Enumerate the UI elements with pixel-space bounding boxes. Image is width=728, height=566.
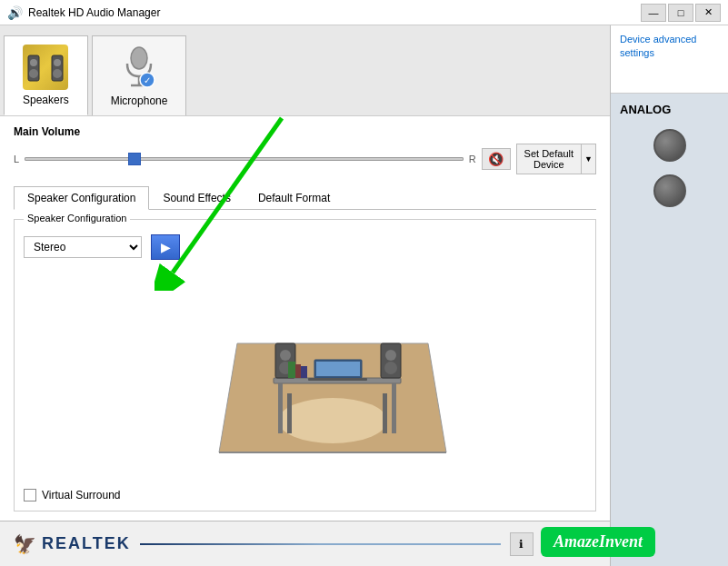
svg-rect-17 [383, 393, 387, 433]
device-advanced-section: Device advanced settings [611, 25, 728, 94]
svg-point-1 [30, 59, 37, 66]
svg-point-5 [53, 69, 62, 78]
svg-point-2 [29, 69, 38, 78]
main-container: Speakers ✓ Micr [0, 25, 728, 566]
svg-rect-28 [295, 364, 301, 378]
tab-sound-effects[interactable]: Sound Effects [149, 186, 244, 210]
analog-knob-2[interactable] [653, 174, 686, 207]
svg-point-26 [384, 362, 397, 374]
content-area: Main Volume L R 🔇 Set DefaultDevice ▼ [0, 116, 610, 521]
svg-point-12 [278, 398, 387, 443]
svg-rect-27 [288, 362, 295, 378]
svg-rect-15 [392, 383, 396, 433]
virtual-surround-checkbox[interactable] [24, 489, 36, 501]
svg-point-6 [131, 47, 147, 69]
volume-row: L R 🔇 Set DefaultDevice ▼ [14, 144, 596, 174]
tab-speaker-configuration[interactable]: Speaker Configuration [14, 186, 149, 210]
volume-label: Main Volume [14, 125, 596, 138]
realtek-text: REALTEK [42, 534, 131, 553]
speakers-icon [23, 45, 68, 90]
volume-track [25, 157, 464, 161]
set-default-button[interactable]: Set DefaultDevice [517, 144, 581, 174]
virtual-surround-label: Virtual Surround [42, 489, 121, 501]
svg-rect-19 [316, 362, 360, 376]
sub-tabs: Speaker Configuration Sound Effects Defa… [14, 185, 596, 210]
room-visualization [78, 269, 586, 482]
close-button[interactable]: ✕ [695, 4, 721, 22]
svg-text:✓: ✓ [144, 75, 151, 85]
svg-point-22 [280, 350, 291, 361]
bottom-line [140, 543, 501, 545]
virtual-surround-row: Virtual Surround [24, 489, 586, 501]
right-channel-label: R [469, 154, 476, 164]
speakers-tab-label: Speakers [23, 94, 69, 106]
svg-point-4 [54, 59, 61, 66]
app-title: Realtek HD Audio Manager [28, 6, 641, 19]
left-panel: Speakers ✓ Micr [0, 25, 610, 566]
svg-rect-20 [308, 378, 367, 381]
svg-point-25 [385, 350, 396, 361]
analog-knob-1[interactable] [653, 129, 686, 162]
title-bar: 🔊 Realtek HD Audio Manager — □ ✕ [0, 0, 728, 25]
speakers-tab[interactable]: Speakers [4, 35, 88, 115]
analog-label: ANALOG [620, 103, 671, 116]
volume-slider[interactable] [25, 150, 464, 168]
watermark: AmazeInvent [541, 527, 655, 557]
app-icon: 🔊 [7, 5, 23, 20]
analog-section: ANALOG [611, 94, 728, 229]
device-tabs: Speakers ✓ Micr [0, 25, 610, 116]
svg-rect-16 [287, 393, 292, 433]
left-channel-label: L [14, 154, 19, 164]
maximize-button[interactable]: □ [668, 4, 693, 22]
config-controls: Stereo Quadraphonic 5.1 Surround 7.1 Sur… [24, 234, 586, 260]
svg-rect-29 [301, 366, 307, 378]
play-test-button[interactable]: ▶ [151, 234, 180, 260]
right-panel: Device advanced settings ANALOG [610, 25, 728, 566]
svg-rect-14 [278, 383, 283, 433]
microphone-icon: ✓ [116, 45, 162, 91]
set-default-button-wrap: Set DefaultDevice ▼ [516, 144, 596, 174]
microphone-tab-label: Microphone [111, 94, 168, 107]
bottom-bar: 🦅 REALTEK ℹ OK [0, 521, 610, 566]
tab-default-format[interactable]: Default Format [244, 186, 344, 210]
room-svg [174, 271, 492, 480]
volume-thumb[interactable] [128, 153, 141, 165]
minimize-button[interactable]: — [641, 4, 666, 22]
speaker-config-select[interactable]: Stereo Quadraphonic 5.1 Surround 7.1 Sur… [24, 236, 142, 258]
speaker-config-section: Speaker Configuration Stereo Quadraphoni… [14, 219, 596, 511]
microphone-tab[interactable]: ✓ Microphone [92, 35, 187, 115]
device-advanced-link[interactable]: Device advanced settings [620, 34, 696, 58]
realtek-icon: 🦅 [14, 533, 36, 555]
window-controls: — □ ✕ [641, 4, 721, 22]
info-button[interactable]: ℹ [510, 532, 534, 556]
mute-button[interactable]: 🔇 [482, 148, 511, 170]
volume-section: Main Volume L R 🔇 Set DefaultDevice ▼ [14, 125, 596, 174]
speaker-config-group-label: Speaker Configuration [24, 213, 130, 223]
set-default-dropdown[interactable]: ▼ [581, 144, 595, 174]
realtek-logo: 🦅 REALTEK [14, 533, 131, 555]
